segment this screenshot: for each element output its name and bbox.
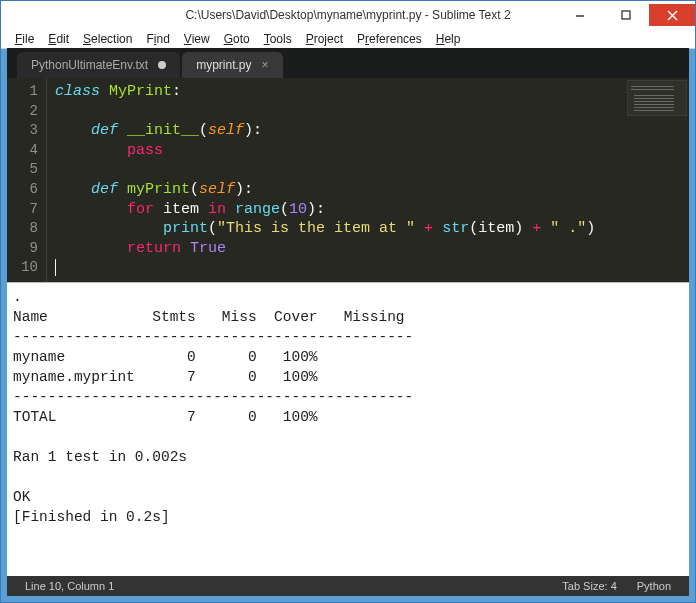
tab-myprint[interactable]: myprint.py × xyxy=(182,52,282,78)
window-minimize-button[interactable] xyxy=(557,4,603,26)
maximize-icon xyxy=(621,10,631,20)
menu-preferences[interactable]: Preferences xyxy=(351,31,428,47)
tab-pythonultimateenv[interactable]: PythonUltimateEnv.txt xyxy=(17,52,180,78)
menu-goto[interactable]: Goto xyxy=(218,31,256,47)
svg-rect-1 xyxy=(622,11,630,19)
menu-view[interactable]: View xyxy=(178,31,216,47)
menu-find[interactable]: Find xyxy=(140,31,175,47)
code-editor[interactable]: 1 2 3 4 5 6 7 8 9 10 class MyPrint: def … xyxy=(7,78,689,282)
text-cursor xyxy=(55,259,65,276)
window-controls xyxy=(557,4,695,26)
minimap[interactable] xyxy=(627,80,687,116)
status-cursor-position[interactable]: Line 10, Column 1 xyxy=(15,580,124,592)
window-close-button[interactable] xyxy=(649,4,695,26)
menu-selection[interactable]: Selection xyxy=(77,31,138,47)
tab-label: myprint.py xyxy=(196,58,251,72)
status-syntax[interactable]: Python xyxy=(627,580,681,592)
status-tab-size[interactable]: Tab Size: 4 xyxy=(552,580,626,592)
window-maximize-button[interactable] xyxy=(603,4,649,26)
line-number-gutter: 1 2 3 4 5 6 7 8 9 10 xyxy=(7,78,47,282)
window-titlebar: C:\Users\David\Desktop\myname\myprint.py… xyxy=(1,1,695,29)
menu-project[interactable]: Project xyxy=(300,31,349,47)
build-output-panel[interactable]: . Name Stmts Miss Cover Missing --------… xyxy=(7,282,689,576)
tab-label: PythonUltimateEnv.txt xyxy=(31,58,148,72)
editor-client-area: PythonUltimateEnv.txt myprint.py × 1 2 3… xyxy=(7,48,689,596)
status-bar: Line 10, Column 1 Tab Size: 4 Python xyxy=(7,576,689,596)
close-icon xyxy=(667,10,678,21)
menu-tools[interactable]: Tools xyxy=(258,31,298,47)
code-content[interactable]: class MyPrint: def __init__(self): pass … xyxy=(47,78,689,282)
menu-bar: File Edit Selection Find View Goto Tools… xyxy=(1,29,695,49)
dirty-indicator-icon xyxy=(158,61,166,69)
menu-file[interactable]: File xyxy=(9,31,40,47)
minimize-icon xyxy=(575,10,585,20)
tab-close-icon[interactable]: × xyxy=(262,58,269,72)
menu-edit[interactable]: Edit xyxy=(42,31,75,47)
menu-help[interactable]: Help xyxy=(430,31,467,47)
tab-bar: PythonUltimateEnv.txt myprint.py × xyxy=(7,48,689,78)
